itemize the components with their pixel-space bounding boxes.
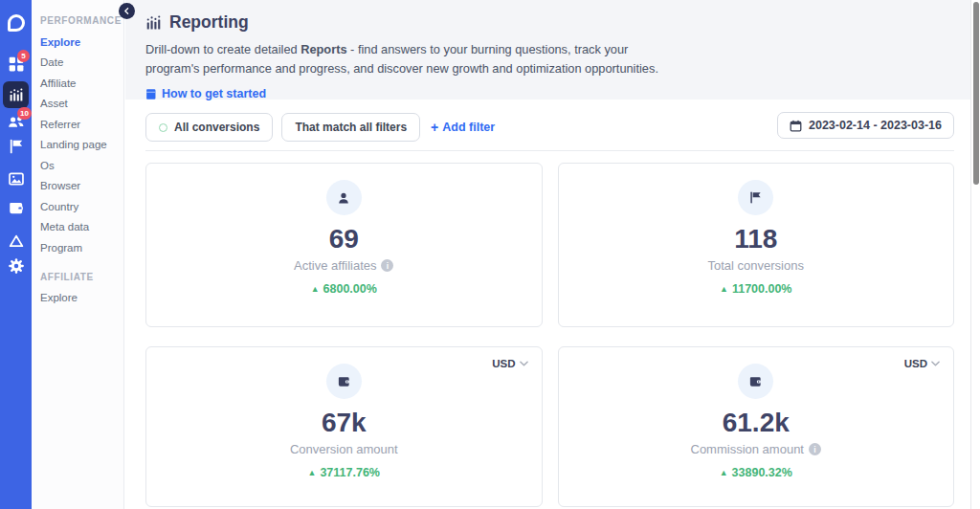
up-arrow-icon: ▲ bbox=[308, 468, 317, 477]
main-content: Reporting Drill-down to create detailed … bbox=[125, 0, 970, 509]
stat-delta: ▲ 6800.00% bbox=[311, 282, 377, 296]
card-icon-circle bbox=[326, 364, 362, 399]
stat-card-total-conversions: 118 Total conversions ▲ 11700.00% bbox=[558, 163, 955, 327]
gear-icon bbox=[8, 257, 25, 275]
stat-card-active-affiliates: 69 Active affiliates i ▲ 6800.00% bbox=[145, 163, 543, 327]
sidebar-item-affiliate[interactable]: Affiliate bbox=[32, 73, 123, 94]
stat-delta: ▲ 11700.00% bbox=[720, 282, 791, 296]
currency-dropdown[interactable]: USD bbox=[904, 358, 940, 369]
info-icon[interactable]: i bbox=[381, 259, 393, 272]
sidebar-item-asset[interactable]: Asset bbox=[32, 94, 123, 115]
icon-rail: 5 10 bbox=[0, 0, 32, 509]
match-all-filters-button[interactable]: That match all filters bbox=[281, 113, 420, 142]
rail-item-assets[interactable] bbox=[0, 170, 32, 188]
user-icon bbox=[336, 190, 351, 206]
stat-delta: ▲ 33890.32% bbox=[720, 466, 792, 479]
triangle-icon bbox=[8, 232, 25, 250]
book-icon bbox=[145, 88, 157, 100]
calendar-icon bbox=[790, 120, 802, 132]
stat-delta: ▲ 37117.76% bbox=[308, 466, 380, 479]
stat-value: 67k bbox=[322, 408, 367, 438]
stat-value: 61.2k bbox=[723, 408, 790, 438]
page-title: Reporting bbox=[169, 12, 249, 33]
plus-icon: + bbox=[431, 120, 438, 135]
stat-card-commission-amount: USD 61.2k Commission amount i bbox=[558, 346, 955, 507]
sidebar-item-meta-data[interactable]: Meta data bbox=[32, 217, 123, 238]
flag-icon bbox=[748, 190, 763, 205]
sidebar-item-date[interactable]: Date bbox=[32, 53, 123, 74]
rail-item-affiliates[interactable]: 10 bbox=[0, 113, 32, 130]
how-to-get-started-link[interactable]: How to get started bbox=[145, 87, 266, 100]
up-arrow-icon: ▲ bbox=[720, 284, 728, 294]
sidebar-item-affiliate-explore[interactable]: Explore bbox=[32, 288, 123, 309]
affiliates-badge: 10 bbox=[17, 107, 32, 120]
section-header-performance: PERFORMANCE bbox=[40, 15, 123, 26]
section-header-affiliate: AFFILIATE bbox=[40, 272, 123, 282]
divider bbox=[145, 150, 954, 151]
sidebar-item-referrer[interactable]: Referrer bbox=[32, 114, 123, 135]
wallet-icon bbox=[748, 374, 763, 388]
chevron-down-icon bbox=[931, 361, 940, 366]
sidebar-item-landing-page[interactable]: Landing page bbox=[32, 135, 123, 156]
status-dot-icon bbox=[159, 123, 167, 132]
rail-item-reporting-active[interactable] bbox=[3, 81, 29, 108]
up-arrow-icon: ▲ bbox=[311, 284, 320, 294]
bar-chart-icon bbox=[9, 87, 24, 102]
rail-item-integrations[interactable] bbox=[0, 232, 32, 250]
flag-icon bbox=[8, 138, 25, 155]
stat-value: 69 bbox=[329, 224, 359, 254]
stat-label: Total conversions bbox=[708, 258, 804, 273]
stat-cards-grid: 69 Active affiliates i ▲ 6800.00% bbox=[145, 163, 954, 507]
rail-item-dashboard[interactable]: 5 bbox=[0, 55, 32, 73]
info-icon[interactable]: i bbox=[809, 443, 821, 455]
app-window: 5 10 bbox=[0, 0, 980, 509]
wallet-icon bbox=[8, 199, 25, 216]
stat-value: 118 bbox=[734, 224, 777, 254]
currency-dropdown[interactable]: USD bbox=[492, 358, 527, 369]
dashboard-badge: 5 bbox=[17, 50, 30, 62]
scrollbar-track[interactable] bbox=[970, 0, 980, 509]
bar-chart-icon bbox=[145, 14, 162, 31]
card-icon-circle bbox=[738, 180, 773, 215]
sidebar-item-country[interactable]: Country bbox=[32, 196, 123, 217]
chevron-left-icon bbox=[122, 7, 131, 15]
sidebar-item-browser[interactable]: Browser bbox=[32, 176, 123, 197]
all-conversions-button[interactable]: All conversions bbox=[145, 113, 273, 142]
collapse-sidebar-button[interactable] bbox=[119, 3, 135, 19]
card-icon-circle bbox=[326, 180, 362, 215]
date-range-picker[interactable]: 2023-02-14 - 2023-03-16 bbox=[777, 112, 954, 139]
rail-item-payouts[interactable] bbox=[0, 199, 32, 216]
scrollbar-thumb[interactable] bbox=[973, 2, 980, 185]
rail-item-settings[interactable] bbox=[0, 257, 32, 275]
app-logo[interactable] bbox=[0, 14, 32, 32]
page-description: Drill-down to create detailed Reports - … bbox=[145, 40, 677, 78]
rail-item-conversions[interactable] bbox=[0, 138, 32, 155]
tapfiliate-logo-icon bbox=[8, 14, 25, 32]
reporting-sidebar: PERFORMANCE Explore Date Affiliate Asset… bbox=[32, 0, 124, 509]
stat-label: Active affiliates bbox=[294, 258, 376, 273]
image-icon bbox=[8, 170, 25, 188]
add-filter-button[interactable]: + Add filter bbox=[431, 120, 495, 135]
stat-label: Conversion amount bbox=[290, 442, 398, 456]
stat-label: Commission amount bbox=[691, 442, 805, 456]
page-header: Reporting Drill-down to create detailed … bbox=[125, 0, 970, 100]
sidebar-item-os[interactable]: Os bbox=[32, 155, 123, 176]
up-arrow-icon: ▲ bbox=[720, 468, 728, 477]
sidebar-item-program[interactable]: Program bbox=[32, 237, 123, 258]
stat-card-conversion-amount: USD 67k Conversion amount bbox=[145, 346, 543, 507]
wallet-icon bbox=[337, 374, 351, 388]
chevron-down-icon bbox=[520, 361, 528, 366]
card-icon-circle bbox=[738, 364, 773, 399]
sidebar-item-explore[interactable]: Explore bbox=[32, 32, 123, 53]
